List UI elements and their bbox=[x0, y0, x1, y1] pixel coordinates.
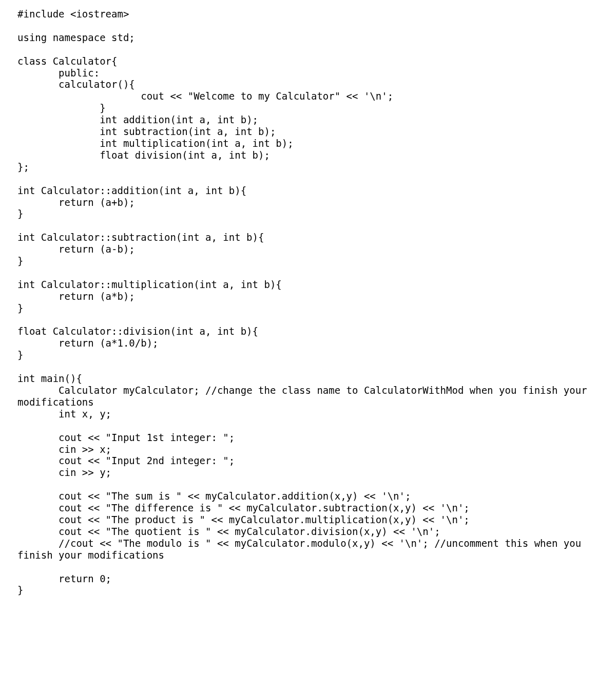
code-block: #include <iostream> using namespace std;… bbox=[0, 0, 616, 604]
